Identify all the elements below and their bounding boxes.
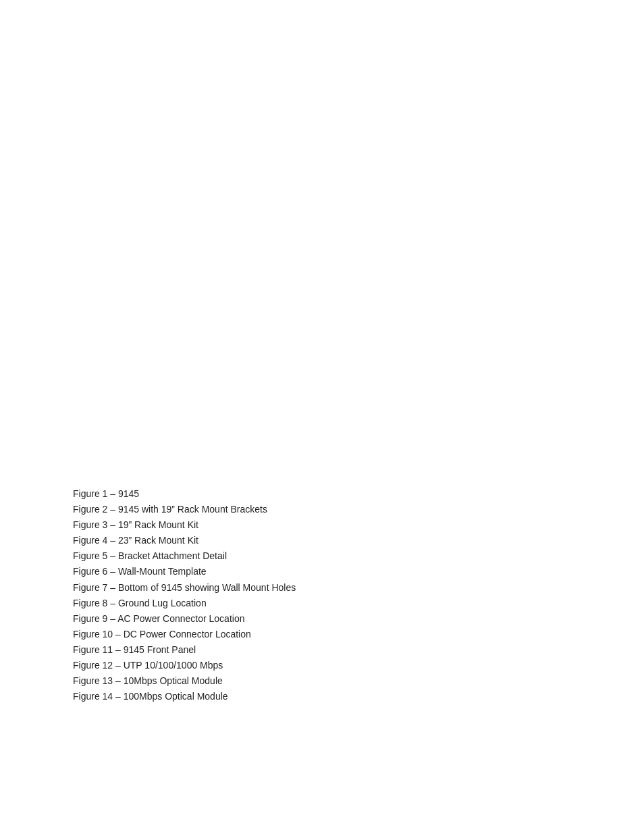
list-item: Figure 11 – 9145 Front Panel bbox=[73, 642, 296, 658]
list-item: Figure 4 – 23” Rack Mount Kit bbox=[73, 533, 296, 548]
list-item: Figure 13 – 10Mbps Optical Module bbox=[73, 673, 296, 689]
page: Figure 1 – 9145Figure 2 – 9145 with 19” … bbox=[0, 0, 644, 834]
list-item: Figure 8 – Ground Lug Location bbox=[73, 596, 296, 611]
list-item: Figure 12 – UTP 10/100/1000 Mbps bbox=[73, 658, 296, 673]
list-item: Figure 6 – Wall-Mount Template bbox=[73, 564, 296, 579]
list-item: Figure 9 – AC Power Connector Location bbox=[73, 611, 296, 627]
list-item: Figure 3 – 19” Rack Mount Kit bbox=[73, 517, 296, 533]
list-item: Figure 1 – 9145 bbox=[73, 486, 296, 502]
list-item: Figure 2 – 9145 with 19” Rack Mount Brac… bbox=[73, 502, 296, 517]
list-item: Figure 5 – Bracket Attachment Detail bbox=[73, 548, 296, 564]
figure-list-items: Figure 1 – 9145Figure 2 – 9145 with 19” … bbox=[73, 486, 296, 704]
list-item: Figure 14 – 100Mbps Optical Module bbox=[73, 689, 296, 704]
list-item: Figure 10 – DC Power Connector Location bbox=[73, 627, 296, 642]
list-item: Figure 7 – Bottom of 9145 showing Wall M… bbox=[73, 580, 296, 596]
figure-list: Figure 1 – 9145Figure 2 – 9145 with 19” … bbox=[73, 486, 296, 704]
